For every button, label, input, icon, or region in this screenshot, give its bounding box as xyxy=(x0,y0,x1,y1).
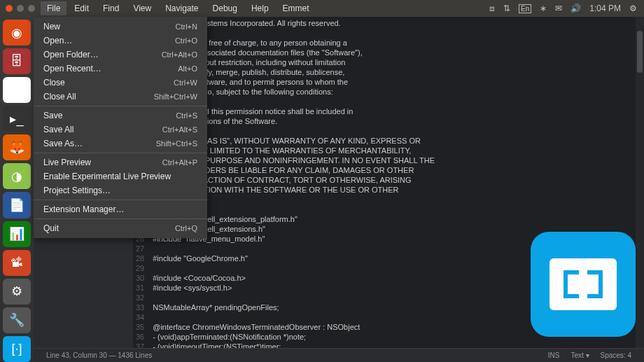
bluetooth-icon[interactable]: ∗ xyxy=(540,4,547,13)
status-bar: Line 43, Column 30 — 1436 Lines INS Text… xyxy=(34,348,644,362)
dash-icon[interactable]: ◉ xyxy=(3,20,31,46)
menu-item-open-[interactable]: Open…Ctrl+O xyxy=(34,34,207,48)
menu-item-save-all[interactable]: Save AllCtrl+Alt+S xyxy=(34,123,207,137)
menu-view[interactable]: View xyxy=(127,1,158,15)
menu-find[interactable]: Find xyxy=(97,1,125,15)
menu-item-project-settings-[interactable]: Project Settings… xyxy=(34,183,207,197)
settings-icon[interactable]: ⚙ xyxy=(3,279,31,305)
menu-item-close[interactable]: CloseCtrl+W xyxy=(34,76,207,90)
menu-debug[interactable]: Debug xyxy=(206,1,244,15)
cursor-position[interactable]: Line 43, Column 30 — 1436 Lines xyxy=(41,351,158,359)
menu-item-new[interactable]: NewCtrl+N xyxy=(34,20,207,34)
calc-icon[interactable]: 📊 xyxy=(3,221,31,247)
menu-item-live-preview[interactable]: Live PreviewCtrl+Alt+P xyxy=(34,155,207,169)
menu-emmet[interactable]: Emmet xyxy=(276,1,316,15)
system-topbar: FileEditFindViewNavigateDebugHelpEmmet ⧈… xyxy=(0,0,644,17)
tools-icon[interactable]: 🔧 xyxy=(3,307,31,333)
file-menu: NewCtrl+NOpen…Ctrl+OOpen Folder…Ctrl+Alt… xyxy=(34,17,207,238)
chrome-icon[interactable]: ◐ xyxy=(3,77,31,103)
language-mode[interactable]: Text ▾ xyxy=(565,351,594,359)
gear-icon[interactable]: ⚙ xyxy=(629,4,637,13)
close-window-icon[interactable] xyxy=(6,5,13,12)
menu-item-open-recent-[interactable]: Open Recent…Alt+O xyxy=(34,62,207,76)
insert-mode[interactable]: INS xyxy=(542,351,566,359)
menu-item-quit[interactable]: QuitCtrl+Q xyxy=(34,221,207,235)
writer-icon[interactable]: 📄 xyxy=(3,192,31,218)
menu-item-close-all[interactable]: Close AllShift+Ctrl+W xyxy=(34,90,207,104)
scroll-thumb[interactable] xyxy=(637,31,643,73)
brackets-icon[interactable]: [·] xyxy=(3,336,31,362)
minimize-window-icon[interactable] xyxy=(17,5,24,12)
menu-item-enable-experimental-live-preview[interactable]: Enable Experimental Live Preview xyxy=(34,169,207,183)
indent-setting[interactable]: Spaces: 4 xyxy=(595,351,637,359)
menu-item-extension-manager-[interactable]: Extension Manager… xyxy=(34,202,207,216)
maximize-window-icon[interactable] xyxy=(28,5,35,12)
menu-edit[interactable]: Edit xyxy=(68,1,95,15)
files-icon[interactable]: 🗄 xyxy=(3,48,31,74)
menubar: FileEditFindViewNavigateDebugHelpEmmet xyxy=(41,1,316,15)
menu-navigate[interactable]: Navigate xyxy=(159,1,204,15)
impress-icon[interactable]: 📽 xyxy=(3,250,31,276)
unity-launcher: ◉ 🗄 ◐ ▸_ 🦊 ◑ 📄 📊 📽 ⚙ 🔧 [·] xyxy=(0,17,34,362)
network-icon[interactable]: ⇅ xyxy=(503,4,510,13)
brackets-logo xyxy=(531,232,636,337)
window-controls xyxy=(0,5,41,12)
dropbox-icon[interactable]: ⧈ xyxy=(489,4,495,13)
menu-item-open-folder-[interactable]: Open Folder…Ctrl+Alt+O xyxy=(34,48,207,62)
volume-icon[interactable]: 🔊 xyxy=(570,4,581,13)
system-tray: ⧈ ⇅ En ∗ ✉ 🔊 1:04 PM ⚙ xyxy=(489,4,644,13)
menu-item-save-as-[interactable]: Save As…Shift+Ctrl+S xyxy=(34,137,207,151)
android-studio-icon[interactable]: ◑ xyxy=(3,163,31,189)
menu-file[interactable]: File xyxy=(41,1,66,15)
vertical-scrollbar[interactable] xyxy=(636,17,644,348)
menu-help[interactable]: Help xyxy=(245,1,275,15)
terminal-icon[interactable]: ▸_ xyxy=(3,106,31,132)
mail-icon[interactable]: ✉ xyxy=(555,4,562,13)
menu-item-save[interactable]: SaveCtrl+S xyxy=(34,109,207,123)
clock[interactable]: 1:04 PM xyxy=(589,4,621,13)
keyboard-lang[interactable]: En xyxy=(519,4,531,13)
firefox-icon[interactable]: 🦊 xyxy=(3,134,31,160)
